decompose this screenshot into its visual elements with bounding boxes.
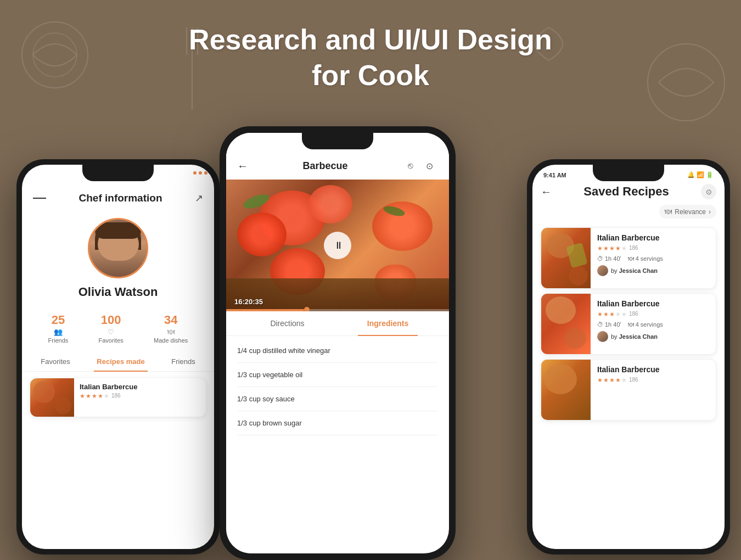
status-icons: 🔔 📶 🔋 [687, 171, 714, 178]
saved-recipes-title: Saved Recipes [583, 184, 669, 199]
author-avatar-1 [597, 265, 608, 276]
made-dishes-label: Made dishes [154, 337, 188, 344]
saved-recipe-2-image [541, 294, 591, 354]
video-timer: 16:20:35 [234, 298, 263, 306]
tab-friends[interactable]: Friends [169, 352, 198, 371]
recipe-card-title: Italian Barbercue [80, 383, 200, 391]
back-button-right[interactable]: ← [541, 186, 552, 198]
friends-count: 25 [52, 313, 65, 327]
tab-recipes-made[interactable]: Recipes made [94, 352, 147, 371]
notch-left [82, 165, 154, 181]
recipe-card-image [30, 378, 74, 417]
right-phone: 9:41 AM 🔔 📶 🔋 ← Saved Recipes ⊙ 🍽 Releva… [527, 159, 730, 555]
saved-recipe-1[interactable]: Italian Barbercue ★ ★ ★ ★ ★ 186 ⏱1h 40' … [541, 227, 716, 289]
notch-right [593, 165, 664, 181]
ingredient-4: 1/3 cup brown sugar [237, 411, 438, 435]
saved-recipe-2-title: Italian Barbercue [597, 299, 709, 308]
recipe-card-info: Italian Barbercue ★ ★ ★ ★ ★ 186 [74, 378, 206, 417]
ingredient-1: 1/4 cup distilled white vinegar [237, 339, 438, 363]
saved-recipe-2[interactable]: Italian Barbercue ★ ★ ★ ★ ★ 186 ⏱1h 40' … [541, 293, 716, 355]
search-button[interactable]: ⊙ [422, 158, 438, 174]
ingredient-3: 1/3 cup soy sauce [237, 387, 438, 411]
saved-recipe-3[interactable]: Italian Barbercue ★ ★ ★ ★ ★ 186 [541, 359, 716, 421]
chef-stats: 25 👥 Friends 100 ♡ Favorites 34 🍽 Made d… [22, 305, 214, 344]
more-dots[interactable] [193, 171, 207, 175]
share-icon[interactable]: ↗ [195, 192, 203, 204]
saved-recipe-1-title: Italian Barbercue [597, 233, 709, 242]
center-tabs: Directions Ingredients [226, 311, 449, 336]
saved-recipe-3-info: Italian Barbercue ★ ★ ★ ★ ★ 186 [591, 360, 716, 420]
tab-favorites[interactable]: Favorites [38, 352, 72, 371]
page-title: Research and UI/UI Design for Cook [0, 22, 741, 93]
notch-center [302, 133, 373, 149]
right-phone-header: ← Saved Recipes ⊙ [532, 181, 725, 205]
chef-info-title: Chef information [79, 192, 162, 204]
saved-recipe-1-info: Italian Barbercue ★ ★ ★ ★ ★ 186 ⏱1h 40' … [591, 228, 716, 288]
food-video[interactable]: ⏸ 16:20:35 [226, 180, 449, 311]
ingredients-list: 1/4 cup distilled white vinegar 1/3 cup … [226, 336, 449, 438]
chef-avatar [88, 218, 148, 278]
favorites-label: Favorites [99, 337, 124, 344]
saved-recipe-2-info: Italian Barbercue ★ ★ ★ ★ ★ 186 ⏱1h 40' … [591, 294, 716, 354]
recipe-review-count: 186 [111, 393, 121, 400]
relevance-filter[interactable]: 🍽 Relevance › [659, 205, 716, 219]
chef-profile: Olivia Watson [22, 212, 214, 305]
author-name-2: by Jessica Chan [611, 333, 658, 340]
chef-name: Olivia Watson [78, 285, 158, 299]
friends-label: Friends [48, 337, 69, 344]
center-phone: ← Barbecue ⎋ ⊙ ⏸ 16:20:35 [220, 126, 456, 560]
left-phone: Chef information ↗ Olivia Wats [16, 159, 220, 555]
recipe-card[interactable]: Italian Barbercue ★ ★ ★ ★ ★ 186 [30, 378, 206, 417]
ingredient-2: 1/3 cup vegetable oil [237, 363, 438, 387]
status-time: 9:41 AM [543, 172, 566, 178]
saved-recipe-1-image [541, 228, 591, 288]
tab-directions[interactable]: Directions [237, 311, 338, 335]
made-dishes-count: 34 [164, 313, 177, 327]
center-title: Barbecue [302, 160, 347, 172]
tab-ingredients[interactable]: Ingredients [338, 311, 438, 335]
share-button[interactable]: ⎋ [402, 158, 419, 174]
saved-recipe-3-title: Italian Barbercue [597, 365, 709, 374]
filter-icon[interactable]: ⊙ [701, 184, 716, 199]
play-button[interactable]: ⏸ [324, 232, 351, 259]
author-avatar-2 [597, 331, 608, 342]
favorites-count: 100 [101, 313, 121, 327]
author-name-1: by Jessica Chan [611, 267, 658, 274]
saved-recipe-3-image [541, 360, 591, 420]
back-button-center[interactable]: ← [237, 160, 248, 172]
chef-tabs: Favorites Recipes made Friends [22, 352, 214, 372]
